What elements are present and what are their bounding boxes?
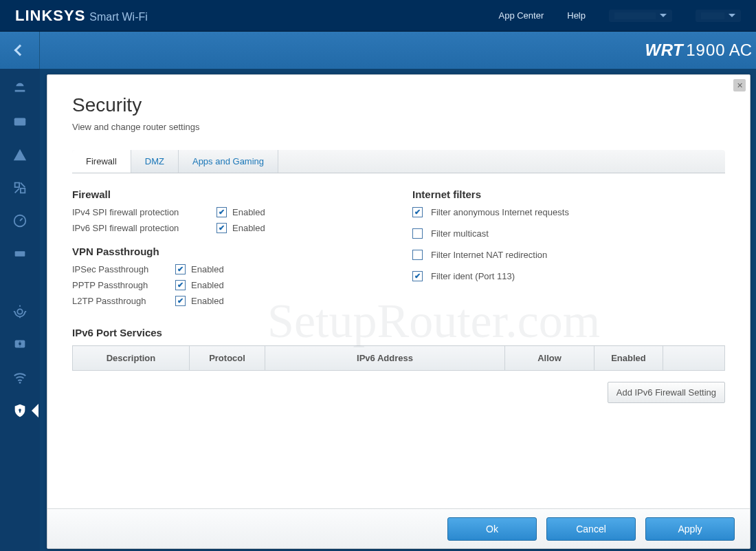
pptp-checkbox[interactable] bbox=[175, 280, 186, 290]
col-protocol: Protocol bbox=[190, 346, 265, 371]
sidebar: + bbox=[0, 69, 40, 551]
firewall-heading: Firewall bbox=[72, 188, 385, 200]
ipsec-checkbox[interactable] bbox=[175, 264, 186, 274]
apply-button[interactable]: Apply bbox=[645, 517, 735, 541]
model-prefix: WRT bbox=[645, 41, 684, 60]
tab-firewall[interactable]: Firewall bbox=[72, 150, 131, 173]
back-button[interactable] bbox=[0, 32, 40, 69]
l2tp-enabled-text: Enabled bbox=[191, 296, 224, 306]
ipv6-spi-checkbox[interactable] bbox=[216, 223, 227, 233]
sidebar-item-security[interactable] bbox=[10, 400, 30, 421]
svg-rect-0 bbox=[14, 118, 26, 126]
svg-text:+: + bbox=[19, 341, 22, 347]
col-allow: Allow bbox=[505, 346, 594, 371]
filter-ident-checkbox[interactable] bbox=[412, 271, 423, 281]
filter-nat-label: Filter Internet NAT redirection bbox=[431, 250, 547, 260]
sidebar-item-troubleshooting[interactable]: + bbox=[10, 334, 30, 355]
pptp-label: PPTP Passthrough bbox=[72, 280, 175, 290]
ipsec-label: IPSec Passthrough bbox=[72, 264, 175, 274]
ipv6-table: Description Protocol IPv6 Address Allow … bbox=[72, 345, 725, 371]
sidebar-item-network-map[interactable] bbox=[10, 78, 30, 99]
panel: ✕ Security View and change router settin… bbox=[47, 74, 751, 549]
l2tp-label: L2TP Passthrough bbox=[72, 296, 175, 306]
model-label: WRT 1900 AC bbox=[645, 41, 752, 60]
filter-anonymous-label: Filter anonymous Internet requests bbox=[431, 207, 569, 217]
ok-button[interactable]: Ok bbox=[447, 517, 537, 541]
top-nav: App Center Help bbox=[498, 10, 741, 22]
page-subtitle: View and change router settings bbox=[72, 122, 725, 132]
filter-anonymous-checkbox[interactable] bbox=[412, 207, 423, 217]
page-title: Security bbox=[72, 94, 725, 116]
close-button[interactable]: ✕ bbox=[733, 79, 746, 91]
chevron-down-icon bbox=[729, 14, 735, 17]
logo-word: LINKSYS bbox=[15, 7, 85, 25]
col-ipv6-address: IPv6 Address bbox=[265, 346, 505, 371]
filter-nat-checkbox[interactable] bbox=[412, 250, 423, 260]
sidebar-item-media-prioritization[interactable] bbox=[10, 177, 30, 198]
filters-heading: Internet filters bbox=[412, 188, 725, 200]
nav-app-center[interactable]: App Center bbox=[498, 10, 544, 21]
tab-apps-and-gaming[interactable]: Apps and Gaming bbox=[179, 150, 278, 173]
logo: LINKSYS Smart Wi-Fi bbox=[15, 7, 148, 25]
close-icon: ✕ bbox=[737, 81, 743, 90]
svg-point-6 bbox=[19, 382, 21, 384]
l2tp-checkbox[interactable] bbox=[175, 296, 186, 306]
svg-rect-2 bbox=[15, 251, 25, 256]
nav-help[interactable]: Help bbox=[567, 10, 586, 21]
model-number: 1900 bbox=[686, 41, 725, 60]
svg-rect-8 bbox=[19, 411, 21, 413]
cancel-button[interactable]: Cancel bbox=[546, 517, 636, 541]
ipv6-spi-enabled-text: Enabled bbox=[232, 223, 265, 233]
add-ipv6-firewall-button[interactable]: Add IPv6 Firewall Setting bbox=[608, 382, 725, 403]
ipv4-spi-enabled-text: Enabled bbox=[232, 207, 265, 217]
nav-language-dropdown[interactable] bbox=[696, 10, 741, 22]
filter-multicast-label: Filter multicast bbox=[431, 228, 489, 239]
model-suffix: AC bbox=[729, 41, 752, 60]
sidebar-item-wireless[interactable] bbox=[10, 367, 30, 388]
chevron-down-icon bbox=[660, 14, 667, 17]
col-actions bbox=[663, 346, 725, 371]
col-enabled: Enabled bbox=[594, 346, 663, 371]
sidebar-item-parental-controls[interactable] bbox=[10, 144, 30, 165]
ipv6-heading: IPv6 Port Services bbox=[72, 327, 725, 338]
chevron-left-icon bbox=[14, 45, 25, 56]
ipsec-enabled-text: Enabled bbox=[191, 264, 224, 274]
topbar: LINKSYS Smart Wi-Fi App Center Help bbox=[0, 0, 756, 32]
filter-ident-label: Filter ident (Port 113) bbox=[431, 271, 515, 281]
sidebar-item-guest-access[interactable] bbox=[10, 111, 30, 132]
pptp-enabled-text: Enabled bbox=[191, 280, 224, 290]
filter-multicast-checkbox[interactable] bbox=[412, 228, 423, 239]
ipv6-spi-label: IPv6 SPI firewall protection bbox=[72, 223, 216, 233]
ipv4-spi-label: IPv4 SPI firewall protection bbox=[72, 207, 216, 217]
active-indicator-icon bbox=[32, 404, 38, 418]
vpn-heading: VPN Passthrough bbox=[72, 246, 385, 257]
nav-account-dropdown[interactable] bbox=[609, 10, 672, 22]
logo-subtitle: Smart Wi-Fi bbox=[89, 11, 147, 23]
ipv4-spi-checkbox[interactable] bbox=[216, 207, 227, 217]
tab-dmz[interactable]: DMZ bbox=[131, 150, 179, 173]
sidebar-item-connectivity[interactable] bbox=[10, 301, 30, 322]
tabs: Firewall DMZ Apps and Gaming bbox=[72, 150, 725, 173]
footer: Ok Cancel Apply bbox=[47, 508, 750, 548]
sidebar-item-speed-test[interactable] bbox=[10, 210, 30, 231]
sidebar-item-usb-storage[interactable] bbox=[10, 244, 30, 264]
col-description: Description bbox=[73, 346, 190, 371]
banner: WRT 1900 AC bbox=[0, 32, 756, 69]
